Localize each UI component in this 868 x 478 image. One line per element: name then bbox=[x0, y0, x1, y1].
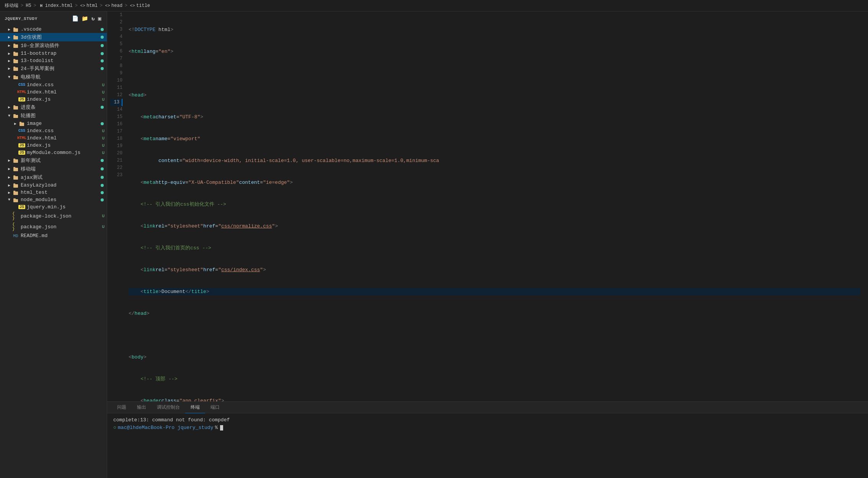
modified-badge: U bbox=[102, 97, 104, 102]
modified-badge: U bbox=[102, 224, 104, 229]
svg-rect-27 bbox=[13, 183, 15, 185]
collapse-button[interactable]: ▣ bbox=[97, 15, 102, 23]
sidebar-item-13[interactable]: ▶ 13-todolist bbox=[0, 57, 107, 64]
line-numbers: 12345 678910 111213 1415161718 192021222… bbox=[107, 11, 126, 401]
sidebar-item-carousel-css[interactable]: CSS index.css U bbox=[0, 127, 107, 134]
breadcrumb-head-tag[interactable]: <> head bbox=[105, 3, 122, 8]
status-dot bbox=[101, 67, 104, 70]
folder-icon bbox=[12, 43, 19, 48]
sidebar-item-10[interactable]: ▶ 10-全屏滚动插件 bbox=[0, 41, 107, 50]
collapse-arrow: ▶ bbox=[6, 66, 12, 71]
item-label: index.js bbox=[27, 97, 102, 102]
item-label: 11-bootstrap bbox=[21, 51, 101, 56]
item-label: 进度条 bbox=[21, 104, 101, 111]
sidebar-item-carousel-html[interactable]: HTML index.html U bbox=[0, 134, 107, 142]
collapse-arrow: ▶ bbox=[6, 59, 12, 63]
html-file-icon: H bbox=[39, 3, 44, 8]
status-dot bbox=[101, 167, 104, 170]
breadcrumb-sep-4: > bbox=[100, 3, 103, 8]
json-file-icon: { } bbox=[12, 222, 19, 231]
sidebar-item-11[interactable]: ▶ 11-bootstrap bbox=[0, 50, 107, 57]
status-dot bbox=[101, 52, 104, 55]
sidebar-item-node-modules[interactable]: ▼ node_modules bbox=[0, 196, 107, 203]
item-label: 10-全屏滚动插件 bbox=[21, 42, 101, 49]
sidebar-item-readme[interactable]: MD README.md bbox=[0, 232, 107, 239]
html-file-icon: HTML bbox=[18, 136, 25, 140]
modified-badge: U bbox=[102, 143, 104, 148]
code-line-18: <header class="app clearfix"> bbox=[129, 397, 860, 401]
svg-rect-2 bbox=[13, 36, 18, 39]
sidebar-item-progress[interactable]: ▶ 进度条 bbox=[0, 103, 107, 111]
sidebar-item-vscode[interactable]: ▶ .vscode bbox=[0, 26, 107, 33]
sidebar-item-24[interactable]: ▶ 24-手风琴案例 bbox=[0, 64, 107, 73]
collapse-arrow: ▶ bbox=[6, 51, 12, 56]
breadcrumb-title-tag[interactable]: <> title bbox=[130, 3, 150, 8]
sidebar-item-carousel[interactable]: ▼ 轮播图 bbox=[0, 111, 107, 120]
folder-icon bbox=[12, 190, 19, 195]
collapse-arrow: ▼ bbox=[6, 75, 12, 79]
sidebar-item-carousel-js[interactable]: JS index.js U bbox=[0, 142, 107, 149]
collapse-arrow: ▶ bbox=[6, 167, 12, 171]
sidebar-item-easylazyload[interactable]: ▶ EasyLazyload bbox=[0, 182, 107, 189]
svg-rect-8 bbox=[13, 60, 18, 63]
code-line-5: <meta charset="UTF-8"> bbox=[129, 113, 860, 121]
css-file-icon: CSS bbox=[18, 83, 25, 87]
code-content[interactable]: <!DOCTYPE html> <html lang="en"> <head> … bbox=[126, 11, 868, 401]
item-label: EasyLazyload bbox=[21, 182, 101, 188]
sidebar-item-mobile[interactable]: ▶ 移动端 bbox=[0, 165, 107, 173]
sidebar-item-html-test[interactable]: ▶ html_test bbox=[0, 189, 107, 196]
collapse-arrow: ▶ bbox=[6, 43, 12, 48]
sidebar-item-newyear[interactable]: ▶ 新年测试 bbox=[0, 156, 107, 165]
code-line-15 bbox=[129, 332, 860, 339]
breadcrumb-h5[interactable]: H5 bbox=[26, 3, 31, 8]
tab-output[interactable]: 输出 bbox=[132, 402, 152, 413]
code-line-8: <meta http-equiv="X-UA-Compatible" conte… bbox=[129, 179, 860, 186]
status-dot bbox=[101, 106, 104, 109]
new-file-button[interactable]: 📄 bbox=[71, 15, 80, 23]
svg-rect-3 bbox=[13, 35, 15, 36]
new-folder-button[interactable]: 📁 bbox=[81, 15, 89, 23]
breadcrumb-mobile[interactable]: 移动端 bbox=[5, 2, 18, 9]
sidebar-item-elevator[interactable]: ▼ 电梯导航 bbox=[0, 73, 107, 81]
code-line-11: <!-- 引入我们首页的css --> bbox=[129, 244, 860, 252]
terminal-content[interactable]: complete:13: command not found: compdef … bbox=[107, 413, 868, 478]
sidebar-item-elevator-html[interactable]: HTML index.html U bbox=[0, 88, 107, 96]
sidebar-item-image[interactable]: ▶ image bbox=[0, 120, 107, 127]
sidebar-item-3d[interactable]: ▶ 3d住状图 bbox=[0, 33, 107, 41]
collapse-arrow: ▶ bbox=[6, 175, 12, 180]
status-dot bbox=[101, 36, 104, 39]
folder-icon bbox=[12, 183, 19, 188]
sidebar-item-module[interactable]: JS myModule.common.js U bbox=[0, 149, 107, 156]
code-line-14: </head> bbox=[129, 310, 860, 317]
breadcrumb-indexhtml[interactable]: H index.html bbox=[39, 3, 73, 8]
svg-rect-12 bbox=[13, 76, 18, 79]
sidebar-item-jquery[interactable]: JS jquery.min.js bbox=[0, 203, 107, 211]
tag-icon-2: <> bbox=[105, 3, 110, 8]
item-label: index.html bbox=[27, 135, 102, 141]
folder-icon bbox=[12, 166, 19, 172]
code-editor[interactable]: 12345 678910 111213 1415161718 192021222… bbox=[107, 11, 868, 401]
code-line-3 bbox=[129, 70, 860, 77]
tab-debug-console[interactable]: 调试控制台 bbox=[152, 402, 185, 413]
breadcrumb-html-tag[interactable]: <> html bbox=[80, 3, 98, 8]
tab-ports[interactable]: 端口 bbox=[205, 402, 225, 413]
sidebar-item-elevator-js[interactable]: JS index.js U bbox=[0, 96, 107, 103]
panel-tabs: 问题 输出 调试控制台 终端 端口 bbox=[107, 402, 868, 413]
sidebar-item-elevator-css[interactable]: CSS index.css U bbox=[0, 81, 107, 88]
refresh-button[interactable]: ↻ bbox=[91, 15, 96, 23]
sidebar-item-pkg[interactable]: { } package.json U bbox=[0, 221, 107, 232]
code-line-7: content="width=device-width, initial-sca… bbox=[129, 157, 860, 164]
sidebar-item-pkglock[interactable]: { } package-lock.json U bbox=[0, 211, 107, 221]
sidebar-item-ajax[interactable]: ▶ ajax测试 bbox=[0, 173, 107, 182]
collapse-arrow: ▶ bbox=[6, 105, 12, 110]
html-file-icon: HTML bbox=[18, 90, 25, 94]
code-line-10: <link rel="stylesheet" href="css/normali… bbox=[129, 223, 860, 230]
tab-terminal[interactable]: 终端 bbox=[185, 402, 205, 413]
breadcrumb-sep-5: > bbox=[125, 3, 127, 8]
css-file-icon: CSS bbox=[18, 129, 25, 133]
svg-rect-1 bbox=[13, 28, 15, 29]
tab-problems[interactable]: 问题 bbox=[112, 402, 132, 413]
code-line-6: <meta name="viewport" bbox=[129, 135, 860, 142]
collapse-arrow: ▶ bbox=[12, 121, 18, 126]
svg-rect-4 bbox=[13, 44, 18, 48]
